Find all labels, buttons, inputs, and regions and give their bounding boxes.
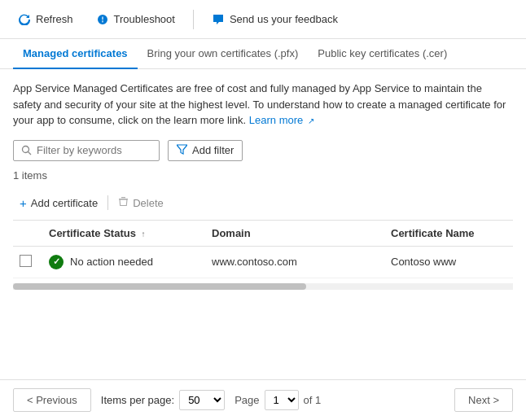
row-domain-cell: www.contoso.com (205, 246, 384, 278)
row-cert-name-cell: Contoso www (384, 246, 513, 278)
col-header-checkbox (13, 221, 42, 247)
delete-icon (118, 196, 129, 209)
page-select[interactable]: 1 (265, 390, 299, 410)
col-header-domain: Domain (205, 221, 384, 247)
row-status-cell: No action needed (42, 246, 205, 278)
filter-input[interactable] (37, 144, 152, 156)
add-certificate-button[interactable]: + Add certificate (13, 193, 104, 213)
certificates-table: Certificate Status ↑ Domain Certificate … (13, 221, 513, 278)
filter-input-wrap[interactable] (13, 140, 160, 161)
col-header-status[interactable]: Certificate Status ↑ (42, 221, 205, 247)
scrollbar-thumb[interactable] (13, 283, 306, 290)
refresh-button[interactable]: Refresh (13, 10, 78, 29)
next-button[interactable]: Next > (454, 388, 513, 412)
troubleshoot-button[interactable]: Troubleshoot (91, 10, 180, 29)
external-link-icon: ↗ (308, 116, 314, 125)
search-icon (20, 144, 32, 157)
refresh-icon (18, 13, 31, 26)
status-cell: No action needed (49, 255, 199, 269)
feedback-button[interactable]: Send us your feedback (207, 10, 343, 29)
troubleshoot-label: Troubleshoot (114, 13, 175, 25)
delete-button[interactable]: Delete (112, 193, 170, 212)
tab-managed[interactable]: Managed certificates (13, 39, 138, 69)
sort-icon: ↑ (142, 230, 146, 238)
status-icon-success (49, 255, 64, 269)
svg-rect-3 (121, 197, 125, 198)
add-filter-button[interactable]: Add filter (168, 140, 243, 161)
refresh-label: Refresh (36, 13, 73, 25)
plus-icon: + (20, 196, 27, 210)
items-count: 1 items (13, 169, 513, 182)
main-content: App Service Managed Certificates are fre… (0, 69, 526, 301)
filter-icon (177, 144, 187, 157)
pagination-right: Next > (454, 388, 513, 412)
toolbar: Refresh Troubleshoot Send us your feedba… (0, 0, 526, 39)
learn-more-link[interactable]: Learn more ↗ (249, 114, 314, 126)
svg-line-1 (28, 152, 31, 155)
items-per-page: Items per page: 50 25 100 (101, 390, 225, 410)
feedback-label: Send us your feedback (230, 13, 338, 25)
toolbar-divider (193, 10, 194, 29)
tab-cer[interactable]: Public key certificates (.cer) (308, 39, 457, 69)
pagination: < Previous Items per page: 50 25 100 Pag… (0, 379, 526, 420)
action-bar: + Add certificate Delete (13, 190, 513, 221)
action-divider (107, 195, 108, 210)
feedback-icon (212, 13, 225, 26)
tab-pfx[interactable]: Bring your own certificates (.pfx) (138, 39, 309, 69)
status-text: No action needed (70, 256, 153, 268)
table-header: Certificate Status ↑ Domain Certificate … (13, 221, 513, 247)
row-checkbox-cell (13, 246, 42, 278)
tabs-container: Managed certificates Bring your own cert… (0, 39, 526, 69)
previous-button[interactable]: < Previous (13, 388, 91, 412)
pagination-left: < Previous Items per page: 50 25 100 Pag… (13, 388, 321, 412)
filter-row: Add filter (13, 140, 513, 161)
troubleshoot-icon (96, 13, 109, 26)
horizontal-scrollbar[interactable] (13, 283, 513, 290)
table-row: No action needed www.contoso.com Contoso… (13, 246, 513, 278)
row-checkbox[interactable] (20, 255, 32, 267)
col-header-cert-name: Certificate Name (384, 221, 513, 247)
items-per-page-select[interactable]: 50 25 100 (179, 390, 225, 410)
svg-point-0 (22, 147, 28, 153)
description-text: App Service Managed Certificates are fre… (13, 81, 513, 129)
page-info: Page 1 of 1 (235, 390, 321, 410)
